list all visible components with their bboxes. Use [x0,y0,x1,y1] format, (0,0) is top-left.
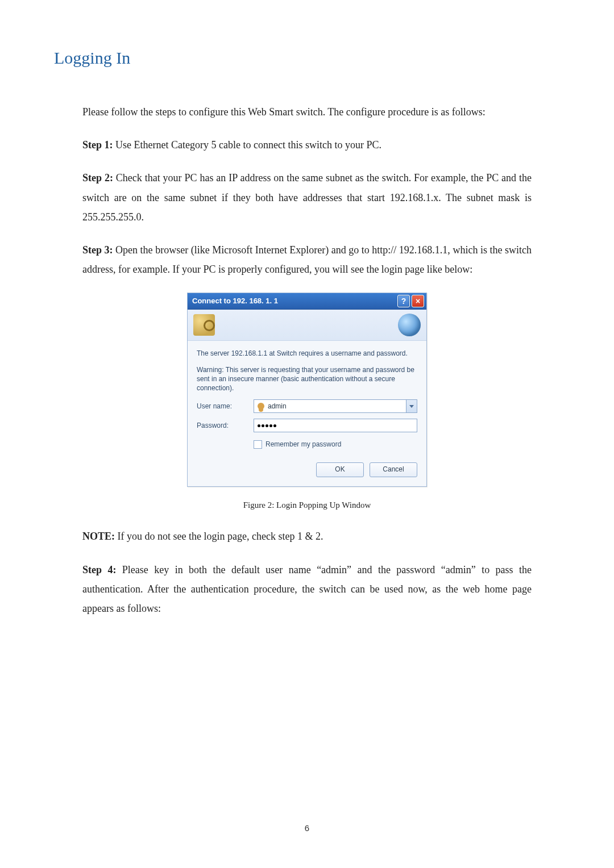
dialog-banner [188,310,426,341]
section-heading: Logging In [54,48,130,68]
dialog-button-row: OK Cancel [197,462,417,477]
figure-container: Connect to 192. 168. 1. 1 ? × The server… [82,293,532,513]
step-2-label: Step 2: [82,172,113,183]
remember-label: Remember my password [265,438,341,451]
globe-icon [398,314,421,336]
username-input[interactable]: admin [254,399,417,413]
step-4-label: Step 4: [82,564,116,575]
dropdown-button[interactable] [406,400,417,412]
step-3: Step 3: Open the browser (like Microsoft… [82,240,532,279]
intro-paragraph: Please follow the steps to configure thi… [82,102,532,122]
password-row: Password: [197,419,417,432]
step-1: Step 1: Use Ethernet Category 5 cable to… [82,135,532,155]
dialog-message-1: The server 192.168.1.1 at Switch require… [197,349,417,358]
password-label: Password: [197,419,254,432]
dialog-message-2: Warning: This server is requesting that … [197,365,417,393]
step-1-label: Step 1: [82,139,113,151]
note-text: If you do not see the login page, check … [115,531,323,542]
step-2-text: Check that your PC has an IP address on … [82,172,532,222]
step-4-text: Please key in both the default user name… [82,564,532,614]
login-dialog: Connect to 192. 168. 1. 1 ? × The server… [187,293,427,487]
step-3-text: Open the browser (like Microsoft Interne… [82,244,532,275]
step-4: Step 4: Please key in both the default u… [82,560,532,619]
body-content: Please follow the steps to configure thi… [82,102,532,632]
user-icon [258,403,264,410]
dialog-body: The server 192.168.1.1 at Switch require… [188,341,426,486]
ok-button[interactable]: OK [316,462,364,477]
keys-icon [193,314,215,336]
help-button[interactable]: ? [397,295,410,307]
titlebar-buttons: ? × [397,295,424,307]
remember-checkbox[interactable] [254,440,262,449]
dialog-title: Connect to 192. 168. 1. 1 [192,294,278,308]
cancel-button[interactable]: Cancel [370,462,417,477]
remember-row: Remember my password [254,438,417,451]
username-row: User name: admin [197,399,417,413]
note-paragraph: NOTE: If you do not see the login page, … [82,527,532,546]
dialog-titlebar: Connect to 192. 168. 1. 1 ? × [188,293,426,310]
page-number: 6 [0,823,614,833]
password-input[interactable] [254,419,417,432]
username-label: User name: [197,400,254,413]
step-3-label: Step 3: [82,244,113,256]
username-value: admin [268,400,287,413]
close-button[interactable]: × [412,295,424,307]
note-label: NOTE: [82,531,115,542]
step-1-text: Use Ethernet Category 5 cable to connect… [113,139,381,151]
step-2: Step 2: Check that your PC has an IP add… [82,168,532,227]
figure-caption: Figure 2: Login Popping Up Window [82,497,532,514]
